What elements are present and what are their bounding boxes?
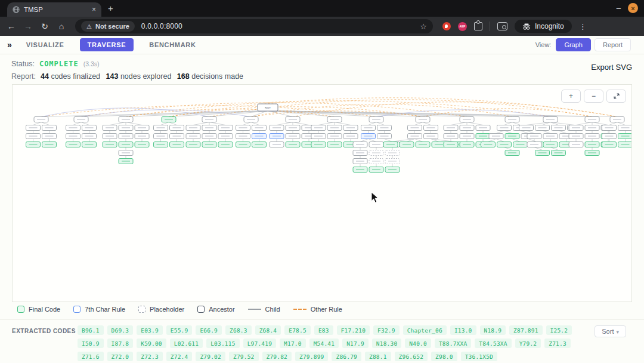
code-chip[interactable]: T36.1X5D bbox=[461, 352, 497, 361]
code-chip[interactable]: K59.00 bbox=[137, 339, 166, 348]
code-chip[interactable]: Z72.0 bbox=[107, 352, 134, 361]
new-tab-button[interactable]: + bbox=[108, 3, 113, 13]
code-chip[interactable]: Z68.4 bbox=[255, 325, 281, 335]
forward-icon[interactable]: → bbox=[23, 21, 33, 31]
report-metrics: 44 codes finalized 143 nodes explored 16… bbox=[41, 72, 247, 81]
code-chip[interactable]: Z88.1 bbox=[365, 352, 391, 361]
home-icon[interactable]: ⌂ bbox=[56, 21, 67, 31]
code-chip[interactable]: F32.9 bbox=[373, 325, 400, 335]
address-bar[interactable]: ⚠ Not secure 0.0.0.0:8000 ☆ bbox=[75, 19, 433, 33]
code-chip[interactable]: I13.0 bbox=[450, 325, 476, 335]
incognito-badge: Incognito bbox=[515, 20, 572, 33]
export-svg-button[interactable]: Export SVG bbox=[591, 63, 632, 72]
report-label: Report: bbox=[11, 72, 36, 81]
legend-label: Ancestor bbox=[209, 306, 234, 313]
graph-zoom-out-button[interactable]: − bbox=[584, 90, 603, 103]
code-chip[interactable]: Z79.82 bbox=[262, 352, 292, 361]
menu-kebab-icon[interactable]: ⋮ bbox=[579, 22, 587, 31]
code-chip[interactable]: L02.611 bbox=[170, 339, 203, 348]
code-chip[interactable]: I87.8 bbox=[107, 339, 134, 348]
code-chip[interactable]: E55.9 bbox=[166, 325, 193, 335]
adblock-abp-icon[interactable]: ABP bbox=[458, 22, 467, 31]
reload-icon[interactable]: ↻ bbox=[39, 21, 50, 31]
code-chip[interactable]: L97.419 bbox=[243, 339, 276, 348]
view-option-graph[interactable]: Graph bbox=[556, 38, 591, 51]
status-time: (3.3s) bbox=[83, 60, 100, 67]
extensions-puzzle-icon[interactable] bbox=[474, 22, 482, 30]
tab-visualize[interactable]: VISUALIZE bbox=[26, 41, 64, 48]
code-chip[interactable]: N40.0 bbox=[405, 339, 431, 348]
code-chip[interactable]: Z71.6 bbox=[78, 352, 104, 361]
view-label: View: bbox=[535, 41, 552, 48]
code-chip[interactable]: M54.41 bbox=[309, 339, 339, 348]
tab-traverse[interactable]: TRAVERSE bbox=[80, 38, 134, 51]
code-chip[interactable]: E66.9 bbox=[196, 325, 222, 335]
code-chip[interactable]: T88.7XXA bbox=[435, 339, 471, 348]
window-close-button[interactable]: × bbox=[628, 3, 638, 13]
code-chip[interactable]: Z96.652 bbox=[395, 352, 428, 361]
sort-button[interactable]: Sort▾ bbox=[595, 325, 626, 337]
metric: 168 decisions made bbox=[177, 72, 243, 81]
other-rule-edge bbox=[251, 104, 512, 117]
incognito-label: Incognito bbox=[535, 22, 564, 30]
code-chip[interactable]: Z79.899 bbox=[295, 352, 328, 361]
status-label: Status: bbox=[11, 60, 35, 68]
code-chip[interactable]: I25.2 bbox=[546, 325, 572, 335]
code-chip[interactable]: D69.3 bbox=[107, 325, 134, 335]
view-option-report[interactable]: Report bbox=[595, 38, 631, 51]
tab-title: TMSP bbox=[24, 6, 43, 13]
code-chip[interactable]: E83 bbox=[314, 325, 333, 335]
chevron-down-icon: ▾ bbox=[616, 329, 619, 335]
code-chip[interactable]: B96.1 bbox=[78, 325, 104, 335]
code-chip[interactable]: N17.9 bbox=[342, 339, 369, 348]
browser-toolbar: ← → ↻ ⌂ ⚠ Not secure 0.0.0.0:8000 ☆ ABP … bbox=[0, 17, 644, 36]
legend-item-ancestor: Ancestor bbox=[197, 306, 234, 313]
code-chip[interactable]: Z71.3 bbox=[544, 339, 571, 348]
code-chip[interactable]: Z72.4 bbox=[166, 352, 193, 361]
sidebar-collapse-icon[interactable]: » bbox=[7, 40, 12, 50]
browser-tab[interactable]: TMSP × bbox=[7, 2, 101, 17]
traversal-graph[interactable]: ROOT bbox=[13, 85, 631, 302]
incognito-spy-icon bbox=[522, 23, 531, 30]
code-chip[interactable]: F17.210 bbox=[337, 325, 370, 335]
app-tabs: VISUALIZETRAVERSEBENCHMARK bbox=[26, 38, 196, 51]
code-chip[interactable]: Z87.891 bbox=[509, 325, 542, 335]
tab-benchmark[interactable]: BENCHMARK bbox=[149, 41, 196, 48]
code-chip[interactable]: Z79.52 bbox=[229, 352, 259, 361]
graph-fit-button[interactable] bbox=[606, 90, 626, 103]
app-header: » VISUALIZETRAVERSEBENCHMARK View: Graph… bbox=[0, 36, 644, 54]
back-icon[interactable]: ← bbox=[6, 21, 17, 31]
code-chip[interactable]: E03.9 bbox=[137, 325, 163, 335]
code-chip[interactable]: M17.0 bbox=[280, 339, 306, 348]
code-chip[interactable]: Z86.79 bbox=[332, 352, 361, 361]
code-chip[interactable]: Y79.2 bbox=[515, 339, 541, 348]
graph-panel[interactable]: ROOT +− bbox=[12, 84, 632, 302]
code-chip[interactable]: Z79.02 bbox=[196, 352, 225, 361]
legend-label: 7th Char Rule bbox=[85, 306, 125, 313]
code-chip[interactable]: Z68.3 bbox=[225, 325, 252, 335]
code-chip[interactable]: N18.9 bbox=[480, 325, 506, 335]
legend-item-other: Other Rule bbox=[293, 306, 342, 313]
globe-favicon-icon bbox=[13, 6, 20, 13]
tab-close-icon[interactable]: × bbox=[92, 5, 96, 14]
code-chip[interactable]: N18.30 bbox=[372, 339, 402, 348]
code-chip[interactable]: Chapter_06 bbox=[403, 325, 447, 335]
metric: 44 codes finalized bbox=[41, 72, 103, 81]
extension-red-icon[interactable] bbox=[442, 22, 451, 30]
extracted-codes-title: EXTRACTED CODES (44) bbox=[12, 328, 74, 334]
view-switch: View: GraphReport bbox=[535, 38, 638, 51]
code-chip[interactable]: Z98.0 bbox=[431, 352, 457, 361]
legend-item-seventh: 7th Char Rule bbox=[73, 306, 125, 313]
code-chip[interactable]: E78.5 bbox=[284, 325, 311, 335]
not-secure-chip[interactable]: ⚠ Not secure bbox=[81, 21, 135, 32]
svg-text:ROOT: ROOT bbox=[265, 106, 271, 109]
warning-icon: ⚠ bbox=[86, 23, 92, 30]
window-minimize-button[interactable]: – bbox=[617, 5, 621, 11]
tab-search-icon[interactable] bbox=[497, 22, 507, 30]
code-chip[interactable]: I50.9 bbox=[78, 339, 104, 348]
code-chip[interactable]: Z72.3 bbox=[137, 352, 163, 361]
graph-zoom-in-button[interactable]: + bbox=[561, 90, 581, 103]
code-chip[interactable]: T84.53XA bbox=[475, 339, 511, 348]
bookmark-star-icon[interactable]: ☆ bbox=[420, 22, 427, 31]
code-chip[interactable]: L03.115 bbox=[206, 339, 239, 348]
